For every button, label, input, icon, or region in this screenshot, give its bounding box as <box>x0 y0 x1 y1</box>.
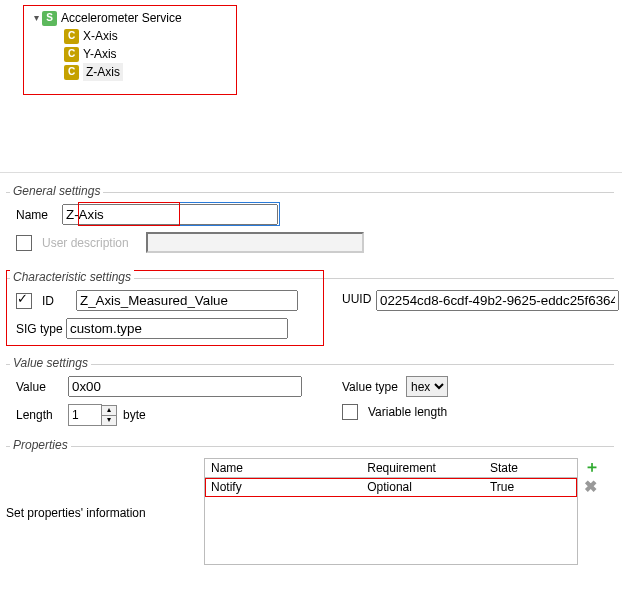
length-stepper[interactable]: ▴ ▾ <box>68 404 117 426</box>
valuetype-label: Value type <box>342 380 406 394</box>
varlen-checkbox[interactable] <box>342 404 358 420</box>
tree-collapse-icon[interactable]: ▾ <box>30 9 42 27</box>
characteristic-settings-group: Characteristic settings ID SIG type UUID <box>6 278 614 348</box>
characteristic-icon: C <box>64 29 79 44</box>
name-input[interactable] <box>62 204 278 225</box>
tree-item-label: Y-Axis <box>83 45 117 63</box>
add-icon[interactable]: ＋ <box>584 460 600 474</box>
tree-item-label: Z-Axis <box>83 63 123 81</box>
col-state: State <box>484 459 577 478</box>
name-label: Name <box>16 208 62 222</box>
properties-group: Properties Set properties' information N… <box>6 446 614 576</box>
value-label: Value <box>16 380 68 394</box>
col-req: Requirement <box>361 459 484 478</box>
value-input[interactable] <box>68 376 302 397</box>
sig-label: SIG type <box>16 322 66 336</box>
tree-service-label: Accelerometer Service <box>61 9 182 27</box>
service-tree: ▾ S Accelerometer Service C X-Axis C Y-A… <box>23 5 237 95</box>
properties-table: Name Requirement State Notify Optional T… <box>204 458 578 565</box>
id-label: ID <box>42 294 76 308</box>
userdesc-checkbox[interactable] <box>16 235 32 251</box>
varlen-label: Variable length <box>368 405 447 419</box>
uuid-label: UUID <box>342 292 371 306</box>
divider <box>0 172 622 173</box>
service-icon: S <box>42 11 57 26</box>
tree-item-y[interactable]: C Y-Axis <box>30 45 230 63</box>
general-legend: General settings <box>10 184 103 198</box>
cell-req: Optional <box>361 478 484 497</box>
col-name: Name <box>205 459 361 478</box>
delete-icon[interactable]: ✖ <box>584 480 600 494</box>
userdesc-label: User description <box>42 236 146 250</box>
length-label: Length <box>16 408 68 422</box>
id-input[interactable] <box>76 290 298 311</box>
length-input[interactable] <box>68 404 102 426</box>
cell-name: Notify <box>205 478 361 497</box>
userdesc-input <box>146 232 364 253</box>
value-settings-group: Value settings Value Value type hex Leng… <box>6 364 614 432</box>
table-row[interactable]: Notify Optional True <box>205 478 577 497</box>
spin-down-icon[interactable]: ▾ <box>102 416 116 425</box>
tree-item-label: X-Axis <box>83 27 118 45</box>
sig-input[interactable] <box>66 318 288 339</box>
prop-legend: Properties <box>10 438 71 452</box>
cell-state: True <box>484 478 577 497</box>
spin-up-icon[interactable]: ▴ <box>102 406 116 416</box>
general-settings-group: General settings Name User description <box>6 192 614 260</box>
value-legend: Value settings <box>10 356 91 370</box>
tree-item-x[interactable]: C X-Axis <box>30 27 230 45</box>
tree-service-row[interactable]: ▾ S Accelerometer Service <box>30 9 230 27</box>
characteristic-icon: C <box>64 65 79 80</box>
uuid-input[interactable] <box>376 290 619 311</box>
prop-help: Set properties' information <box>6 506 146 520</box>
valuetype-select[interactable]: hex <box>406 376 448 397</box>
char-legend: Characteristic settings <box>10 270 134 284</box>
id-checkbox[interactable] <box>16 293 32 309</box>
tree-item-z[interactable]: C Z-Axis <box>30 63 230 81</box>
characteristic-icon: C <box>64 47 79 62</box>
length-unit: byte <box>123 408 146 422</box>
